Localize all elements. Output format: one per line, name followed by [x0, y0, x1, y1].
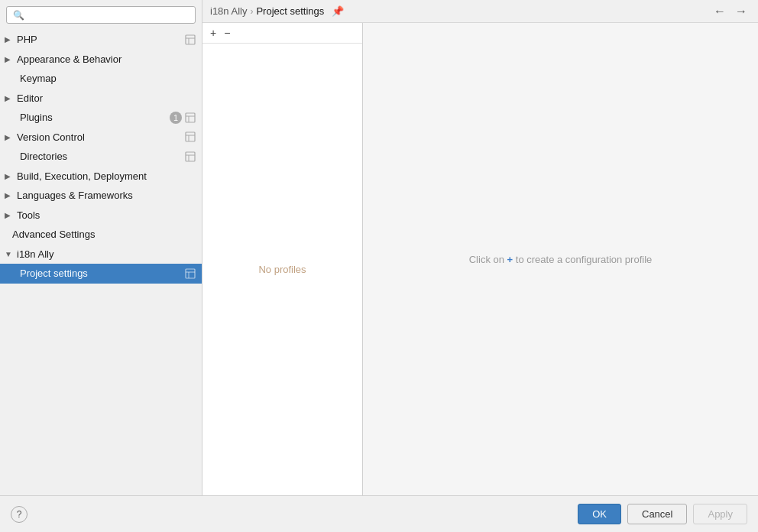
sidebar-item-label: Directories	[20, 149, 182, 164]
search-box[interactable]: 🔍	[6, 6, 196, 24]
layout-icon-php	[185, 34, 196, 45]
collapse-arrow-tools: ▶	[5, 209, 14, 221]
sidebar-item-label: PHP	[17, 32, 182, 47]
breadcrumb-current: Project settings	[256, 5, 324, 17]
sidebar: 🔍 ▶ PHP ▶ Appearance & Beha	[0, 0, 202, 495]
collapse-arrow-php: ▶	[5, 34, 14, 45]
plugins-badge: 1	[170, 112, 182, 125]
pin-icon[interactable]: 📌	[332, 5, 344, 17]
sidebar-item-plugins[interactable]: Plugins 1	[0, 108, 202, 128]
help-button[interactable]: ?	[11, 506, 28, 523]
dialog-footer: ? OK Cancel Apply	[0, 495, 758, 532]
hint-after: to create a configuration profile	[513, 254, 652, 265]
settings-dialog: 🔍 ▶ PHP ▶ Appearance & Beha	[0, 0, 758, 532]
collapse-arrow-appearance: ▶	[5, 54, 14, 65]
search-input[interactable]	[28, 9, 189, 21]
sidebar-item-tools[interactable]: ▶ Tools	[0, 206, 202, 225]
sidebar-item-editor[interactable]: ▶ Editor	[0, 89, 202, 109]
breadcrumb-bar: i18n Ally › Project settings 📌 ← →	[202, 0, 758, 23]
sidebar-item-label: Tools	[17, 208, 196, 223]
sidebar-item-label: Editor	[17, 91, 196, 106]
add-profile-button[interactable]: +	[207, 26, 219, 40]
sidebar-item-keymap[interactable]: Keymap	[0, 69, 202, 89]
collapse-arrow-vc: ▶	[5, 131, 14, 143]
collapse-arrow-editor: ▶	[5, 92, 14, 104]
sidebar-item-label: Version Control	[17, 130, 182, 145]
layout-icon-directories	[185, 151, 196, 162]
sidebar-item-i18n-ally[interactable]: ▼ i18n Ally	[0, 245, 202, 264]
svg-rect-0	[186, 35, 195, 44]
back-button[interactable]: ←	[711, 4, 729, 19]
hint-before: Click on	[469, 254, 507, 265]
sidebar-item-label: Languages & Frameworks	[17, 188, 196, 203]
collapse-arrow-languages: ▶	[5, 190, 14, 201]
profile-panel: + − No profiles	[202, 23, 363, 495]
sidebar-item-appearance-behavior[interactable]: ▶ Appearance & Behavior	[0, 50, 202, 70]
sidebar-item-version-control[interactable]: ▶ Version Control	[0, 128, 202, 148]
collapse-arrow-build: ▶	[5, 170, 14, 182]
sidebar-item-build[interactable]: ▶ Build, Execution, Deployment	[0, 167, 202, 187]
svg-rect-3	[186, 113, 195, 122]
svg-rect-6	[186, 132, 195, 141]
sidebar-tree: ▶ PHP ▶ Appearance & Behavior Keymap	[0, 28, 202, 495]
hint-text: Click on + to create a configuration pro…	[469, 254, 653, 265]
breadcrumb-separator: ›	[250, 6, 253, 17]
sidebar-item-label: Keymap	[20, 71, 196, 86]
sidebar-item-advanced-settings[interactable]: Advanced Settings	[0, 225, 202, 245]
content-area: + − No profiles Click on + to create a c…	[202, 23, 758, 495]
sidebar-item-languages[interactable]: ▶ Languages & Frameworks	[0, 186, 202, 206]
sidebar-item-label: Advanced Settings	[12, 227, 196, 242]
no-profiles-text: No profiles	[258, 264, 306, 275]
ok-button[interactable]: OK	[578, 504, 621, 524]
forward-button[interactable]: →	[732, 4, 750, 19]
sidebar-item-label: Plugins	[20, 110, 167, 125]
sidebar-item-label: Build, Execution, Deployment	[17, 169, 196, 184]
dialog-body: 🔍 ▶ PHP ▶ Appearance & Beha	[0, 0, 758, 495]
search-icon: 🔍	[13, 10, 24, 21]
remove-profile-button[interactable]: −	[221, 26, 233, 40]
cancel-button[interactable]: Cancel	[627, 504, 687, 524]
sidebar-item-directories[interactable]: Directories	[0, 147, 202, 167]
sidebar-item-project-settings[interactable]: Project settings	[0, 264, 202, 284]
svg-rect-9	[186, 152, 195, 161]
settings-panel: Click on + to create a configuration pro…	[363, 23, 758, 495]
svg-rect-12	[186, 269, 195, 278]
layout-icon-vc	[185, 131, 196, 142]
collapse-arrow-i18n: ▼	[5, 248, 14, 260]
profile-toolbar: + −	[202, 23, 362, 44]
sidebar-item-php[interactable]: ▶ PHP	[0, 30, 202, 50]
sidebar-item-label: Appearance & Behavior	[17, 52, 196, 67]
layout-icon-plugins	[185, 112, 196, 123]
main-content: i18n Ally › Project settings 📌 ← → + −	[202, 0, 758, 495]
sidebar-item-label: Project settings	[20, 266, 182, 281]
profile-list: No profiles	[202, 44, 362, 495]
layout-icon-project-settings	[185, 268, 196, 279]
sidebar-item-label: i18n Ally	[17, 247, 196, 262]
breadcrumb-parent: i18n Ally	[210, 5, 247, 17]
apply-button[interactable]: Apply	[693, 504, 747, 524]
breadcrumb-actions: ← →	[711, 4, 750, 19]
